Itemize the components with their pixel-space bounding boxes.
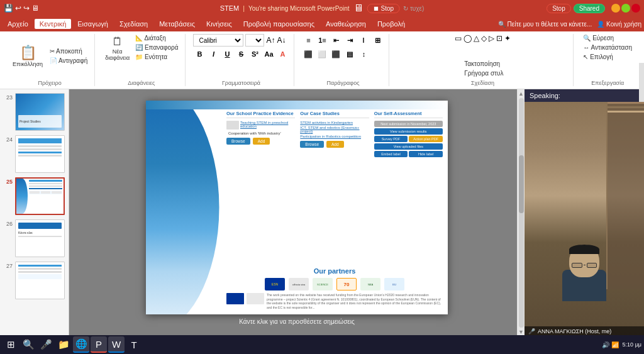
cut-button[interactable]: ✂Αποκοπή — [48, 47, 89, 55]
font-size-select[interactable]: 18 — [245, 34, 264, 47]
customize-button[interactable]: 🖥 — [31, 4, 39, 13]
notes-placeholder[interactable]: Κάντε κλικ για να προσθέσετε σημειώσεις — [239, 318, 355, 325]
slide-thumb-24[interactable]: 24 — [3, 134, 66, 174]
col1-add-button[interactable]: Add — [253, 138, 270, 145]
col3-btn5[interactable]: View uploaded files — [374, 143, 443, 150]
strikethrough-button[interactable]: S — [235, 48, 247, 60]
align-left-button[interactable]: ⬛ — [302, 48, 314, 60]
menu-animations[interactable]: Κινήσεις — [201, 19, 237, 29]
slide-canvas[interactable]: Our School Practice Evidence Teaching ST… — [146, 101, 448, 314]
find-button[interactable]: 🔍 Εύρεση — [581, 34, 634, 42]
taskbar-teams[interactable]: T — [126, 336, 142, 353]
align-right-button[interactable]: ⬛ — [330, 48, 342, 60]
close-button[interactable] — [631, 4, 640, 13]
search-box[interactable]: 🔍 Πείτε μου τι θέλετε να κάνετε... — [498, 21, 592, 28]
clipboard-label: Πρόχειρο — [38, 79, 61, 86]
col2-add-button[interactable]: Add — [326, 141, 344, 148]
canvas-scrollbar[interactable]: ▲ ▼ — [517, 89, 525, 336]
shape1[interactable]: ▭ — [455, 34, 462, 43]
replace-button[interactable]: ↔ Αντικατάσταση — [581, 43, 634, 52]
menu-file[interactable]: Αρχείο — [3, 19, 33, 29]
menu-insert[interactable]: Εισαγωγή — [72, 19, 113, 29]
shadow-button[interactable]: S² — [248, 48, 261, 60]
menu-home[interactable]: Κεντρική — [35, 19, 71, 29]
slide-27-preview[interactable] — [15, 262, 65, 299]
stop-button[interactable]: ⏹ Stop — [367, 4, 400, 13]
new-slide-button[interactable]: 🗒 Νέα διαφάνεια — [103, 34, 132, 62]
menu-review[interactable]: Αναθεώρηση — [321, 19, 371, 29]
share-button[interactable]: 👤 Κοινή χρήση — [597, 21, 641, 28]
quick-styles[interactable]: Γρήγορα στυλ — [462, 69, 505, 77]
layout-button[interactable]: 📐 Διάταξη — [133, 34, 180, 42]
col2-browse-button[interactable]: Browse — [300, 141, 324, 148]
taskbar-cortana[interactable]: 🎤 — [38, 336, 54, 353]
paste-button[interactable]: 📋 Επικόλληση — [10, 43, 45, 69]
hair — [569, 245, 599, 254]
increase-indent-button[interactable]: ⇥ — [343, 34, 356, 47]
col3-btn7[interactable]: Hide label — [409, 151, 443, 157]
col3-btn6[interactable]: Embed label — [374, 151, 408, 157]
slide-24-preview[interactable] — [15, 135, 65, 173]
copy-button[interactable]: 📄Αντιγραφή — [48, 57, 89, 65]
scroll-down-arrow[interactable]: ▼ — [518, 329, 524, 335]
font-grow-button[interactable]: A↑ — [266, 36, 275, 45]
partner-extra: EU — [384, 278, 404, 290]
slide-23-preview[interactable]: Project Studies — [15, 93, 65, 131]
shape5[interactable]: ▷ — [489, 34, 494, 43]
bold-button[interactable]: B — [193, 48, 206, 60]
slide-thumb-27[interactable]: 27 — [3, 260, 66, 301]
menu-design[interactable]: Σχεδίαση — [114, 19, 153, 29]
col3-btn2[interactable]: View submission results — [374, 128, 443, 135]
smart-art-button[interactable]: ⊞ — [371, 34, 384, 47]
arrange-shapes[interactable]: Τακτοποίηση — [462, 60, 505, 68]
taskbar-chrome[interactable]: 🌐 — [73, 336, 89, 353]
slide-thumb-23[interactable]: 23 Project Studies — [3, 92, 66, 132]
align-center-button[interactable]: ⬜ — [316, 48, 328, 60]
decrease-indent-button[interactable]: ⇤ — [330, 34, 342, 47]
font-case-button[interactable]: Aa — [262, 48, 275, 60]
stop-badge[interactable]: Stop — [547, 4, 571, 13]
menu-view[interactable]: Προβολή — [372, 19, 410, 29]
taskbar-word[interactable]: W — [108, 336, 125, 353]
taskbar-powerpoint[interactable]: P — [91, 336, 107, 353]
col3-btn3[interactable]: Survey PDF — [374, 136, 408, 142]
slide-thumb-25[interactable]: 25 — [3, 176, 66, 216]
select-button[interactable]: ↖ Επιλογή — [581, 53, 634, 61]
arrange-button[interactable]: ⊡ — [496, 34, 502, 43]
quick-styles-button[interactable]: ✦ — [504, 34, 511, 43]
columns-button[interactable]: ⁞ — [357, 34, 370, 47]
taskbar-explorer[interactable]: 📁 — [55, 336, 72, 353]
line-spacing-button[interactable]: ↕ — [357, 48, 370, 60]
scroll-up-arrow[interactable]: ▲ — [518, 91, 524, 97]
align-justify-button[interactable]: ▤ — [343, 48, 356, 60]
underline-button[interactable]: U — [221, 48, 233, 60]
taskbar-search[interactable]: 🔍 — [20, 336, 36, 353]
font-color-button[interactable]: A — [276, 48, 289, 60]
italic-button[interactable]: I — [207, 48, 219, 60]
slide-25-preview[interactable] — [15, 177, 65, 215]
save-button[interactable]: 💾 — [4, 4, 13, 13]
section-button[interactable]: 📁 Ενότητα — [133, 53, 180, 61]
maximize-button[interactable] — [621, 4, 630, 13]
menu-slideshow[interactable]: Προβολή παρουσίασης — [238, 19, 319, 29]
font-shrink-button[interactable]: A↓ — [277, 36, 286, 45]
redo-button[interactable]: ↪ — [23, 4, 30, 13]
col1-browse-button[interactable]: Browse — [226, 138, 250, 145]
reset-button[interactable]: 🔄 Επαναφορά — [133, 43, 180, 52]
numbered-button[interactable]: 1≡ — [316, 34, 328, 47]
font-family-select[interactable]: Calibri — [193, 34, 243, 47]
menu-transitions[interactable]: Μεταβάσεις — [154, 19, 200, 29]
col3-btn1[interactable]: Next submission in November, 2023 — [374, 121, 443, 127]
shape3[interactable]: △ — [474, 34, 479, 43]
slide-26-preview[interactable]: Κάντε κλικ — [15, 219, 65, 257]
bullet-button[interactable]: ≡ — [302, 34, 314, 47]
slide-thumb-26[interactable]: 26 Κάντε κλικ — [3, 218, 66, 258]
col3-btn4[interactable]: Action plan PDF — [409, 136, 443, 142]
taskbar-start[interactable]: ⊞ — [3, 336, 19, 353]
shape4[interactable]: ◇ — [481, 34, 487, 43]
shape2[interactable]: ◯ — [464, 34, 472, 43]
minimize-button[interactable] — [611, 4, 620, 13]
scroll-thumb[interactable] — [519, 155, 524, 213]
video-person-name: ΑΝΝΑ ΜΑΓΚΙΩΣΗ (Host, me) — [538, 328, 611, 335]
undo-button[interactable]: ↩ — [15, 4, 21, 13]
